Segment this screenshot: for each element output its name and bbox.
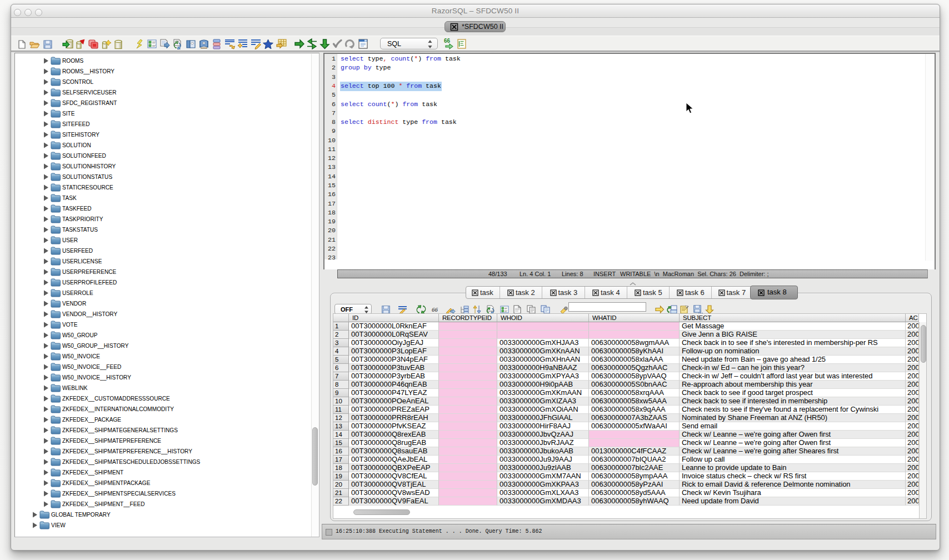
svg-text:66: 66 [444, 38, 451, 44]
svg-text:66: 66 [432, 306, 438, 313]
